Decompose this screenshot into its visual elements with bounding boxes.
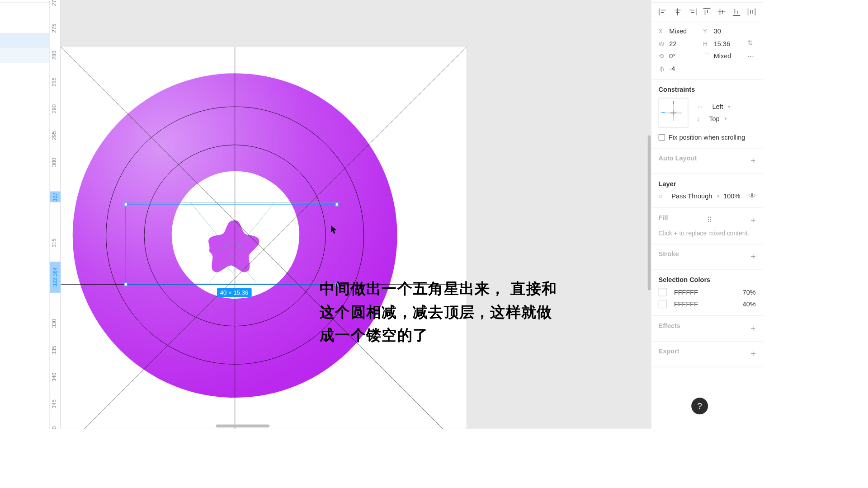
- layer-item[interactable]: ⊘Subtract: [0, 211, 49, 226]
- add-stroke-icon[interactable]: +: [750, 251, 756, 261]
- layer-item[interactable]: ▭Rectangle 33: [0, 122, 49, 137]
- annotation-text: 中间做出一个五角星出来， 直接和这个圆相减，减去顶层，这样就做成一个镂空的了: [320, 277, 557, 347]
- h-scrollbar-thumb[interactable]: [216, 424, 269, 427]
- color-hex: FFFFFF: [674, 300, 698, 308]
- fill-heading: Fill: [659, 214, 668, 221]
- color-swatch[interactable]: [659, 288, 667, 296]
- layer-item[interactable]: ○Ellipse 25: [0, 167, 49, 182]
- constraint-v[interactable]: Top: [709, 115, 719, 122]
- layer-item[interactable]: ○Ellipse 16: [0, 152, 49, 167]
- align-right-icon[interactable]: [688, 8, 696, 16]
- prop-radius[interactable]: Mixed: [714, 52, 744, 60]
- layer-item[interactable]: ⊞色环 1: [0, 92, 49, 107]
- layer-item[interactable]: ○Ellipse 23: [0, 226, 49, 241]
- layer-item[interactable]: ▭Rectangle 59: [0, 286, 49, 301]
- auto-layout-heading: Auto Layout: [659, 155, 697, 162]
- constraints-heading: Constraints: [659, 86, 756, 93]
- layer-item[interactable]: #Frame 10: [0, 197, 49, 211]
- properties-panel: Design Prototype Inspect XMixed Y30 W22 …: [651, 0, 763, 429]
- layer-item[interactable]: #Frame 8: [0, 405, 49, 420]
- blend-mode[interactable]: Pass Through: [671, 192, 712, 200]
- color-swatch[interactable]: [659, 300, 667, 308]
- prop-x[interactable]: Mixed: [669, 28, 699, 35]
- layers-panel: Layers Assets Page 1▾ #Frame 11◇80栅格线⊘Su…: [0, 0, 50, 429]
- layer-item[interactable]: ○Ellipse 24: [0, 182, 49, 197]
- layer-item[interactable]: #Frame 11: [0, 3, 49, 18]
- cursor-icon: [330, 225, 338, 234]
- layer-heading: Layer: [659, 180, 756, 187]
- dimension-badge: 40 × 15.36: [217, 288, 251, 297]
- align-top-icon[interactable]: [703, 8, 711, 16]
- layer-item[interactable]: ▭Rectangle 32: [0, 137, 49, 152]
- fill-style-icon[interactable]: ⠿: [707, 216, 712, 224]
- add-effect-icon[interactable]: +: [750, 323, 756, 333]
- layer-item[interactable]: ▭Rectangle 56: [0, 361, 49, 375]
- constraints-widget[interactable]: [659, 98, 689, 127]
- layer-item[interactable]: ⊘Subtract: [0, 256, 49, 271]
- layer-item[interactable]: #Frame 9: [0, 316, 49, 331]
- constraint-h[interactable]: Left: [712, 103, 723, 110]
- prop-h[interactable]: 15.36: [714, 40, 744, 47]
- distribute-icon[interactable]: [747, 8, 755, 16]
- layer-item[interactable]: ⊘Subtract: [0, 107, 49, 122]
- selection-color-row[interactable]: FFFFFF70%: [659, 288, 756, 296]
- selection-box[interactable]: [125, 204, 338, 285]
- layer-item[interactable]: ⊘Subtract: [0, 331, 49, 346]
- layer-item[interactable]: ○Ellipse 10: [0, 390, 49, 405]
- align-left-icon[interactable]: [659, 8, 667, 16]
- layer-item[interactable]: ⊘Subtract: [0, 47, 49, 62]
- color-hex: FFFFFF: [674, 289, 698, 296]
- layer-item[interactable]: —Rectangle 58: [0, 346, 49, 361]
- prop-w[interactable]: 22: [669, 40, 699, 47]
- layer-opacity[interactable]: 100%: [723, 192, 740, 200]
- fill-hint: Click + to replace mixed content.: [659, 230, 756, 237]
- align-bottom-icon[interactable]: [732, 8, 741, 16]
- help-button[interactable]: ?: [691, 398, 708, 414]
- layer-item[interactable]: ⊘Subtract: [0, 33, 49, 48]
- align-hcenter-icon[interactable]: [673, 8, 681, 16]
- alignment-controls: [651, 3, 763, 22]
- color-opacity: 40%: [743, 300, 756, 308]
- visibility-toggle-icon[interactable]: 👁: [749, 192, 756, 200]
- selection-colors-heading: Selection Colors: [659, 276, 756, 283]
- lock-aspect-icon[interactable]: ⇅: [747, 39, 755, 47]
- vertical-ruler: 2702752802852902953003153303353403453503…: [50, 0, 61, 429]
- add-export-icon[interactable]: +: [750, 348, 756, 358]
- align-vcenter-icon[interactable]: [718, 8, 726, 16]
- prop-spread[interactable]: -4: [669, 65, 699, 72]
- color-opacity: 70%: [743, 289, 756, 296]
- layer-item[interactable]: ⊘Subtract: [0, 420, 49, 428]
- layer-item[interactable]: ◇80栅格线: [0, 18, 49, 33]
- prop-rotation[interactable]: 0°: [669, 52, 699, 60]
- layer-item[interactable]: ○Ellipse 27: [0, 77, 49, 92]
- selection-color-row[interactable]: FFFFFF40%: [659, 300, 756, 308]
- layer-item[interactable]: ⊘Subtract: [0, 62, 49, 77]
- add-fill-icon[interactable]: +: [750, 215, 756, 225]
- add-autolayout-icon[interactable]: +: [750, 155, 756, 165]
- effects-heading: Effects: [659, 322, 680, 329]
- fix-position-label: Fix position when scrolling: [669, 134, 745, 141]
- canvas[interactable]: -275-260-255-250-245-240-235-200-195-190…: [50, 0, 651, 429]
- right-panel-scrollbar[interactable]: [648, 135, 651, 290]
- more-options-icon[interactable]: ⋯: [747, 52, 755, 60]
- export-heading: Export: [659, 347, 679, 355]
- layer-item[interactable]: ▭Rectangle 57: [0, 375, 49, 390]
- prop-y[interactable]: 30: [714, 28, 744, 35]
- layer-item[interactable]: ○Ellipse 23: [0, 271, 49, 286]
- fix-position-checkbox[interactable]: [659, 134, 665, 141]
- layer-item[interactable]: ▭Rectangle 59: [0, 241, 49, 256]
- layer-item[interactable]: ○Ellipse 10: [0, 301, 49, 316]
- stroke-heading: Stroke: [659, 250, 679, 258]
